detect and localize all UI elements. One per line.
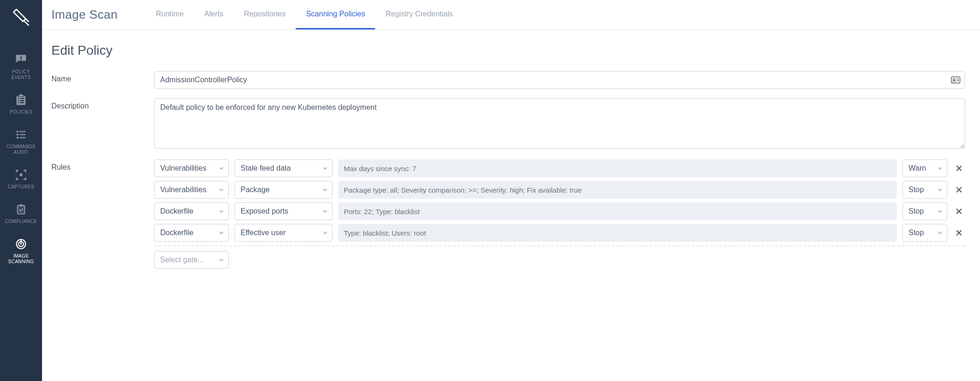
select-value: Stop (909, 186, 924, 194)
select-placeholder: Select gate... (160, 256, 204, 264)
rule-params-text: Package type: all; Severity comparison: … (344, 186, 582, 194)
tab-label: Runtime (156, 10, 184, 18)
select-value: Effective user (241, 229, 286, 237)
capture-icon (14, 168, 28, 181)
close-icon (955, 186, 963, 194)
svg-rect-1 (20, 131, 26, 132)
rule-row: Dockerfile Exposed ports Ports: 22; Type… (154, 202, 965, 220)
chevron-down-icon (937, 208, 943, 215)
rule-action-select[interactable]: Stop (902, 224, 947, 242)
form-row-rules: Rules Vulnerabilities Stale feed data Ma… (51, 159, 965, 273)
tab-label: Alerts (204, 10, 223, 18)
tab-label: Registry Credentials (385, 10, 453, 18)
name-label: Name (51, 71, 154, 83)
rule-gate-select[interactable]: Dockerfile (154, 224, 229, 242)
rule-params-display[interactable]: Type: blacklist; Users: root (338, 224, 897, 242)
tab-runtime[interactable]: Runtime (146, 0, 194, 29)
sidebar-item-label: POLICIES (10, 109, 33, 115)
chevron-down-icon (937, 165, 943, 172)
name-input[interactable] (154, 71, 965, 89)
sidebar-item-label: IMAGE SCANNING (8, 253, 34, 265)
svg-point-4 (16, 137, 18, 138)
rules-divider (154, 245, 965, 246)
rule-action-select[interactable]: Stop (902, 202, 947, 220)
rule-trigger-select[interactable]: Stale feed data (234, 159, 333, 177)
page-heading: Edit Policy (51, 43, 965, 58)
tab-registry-credentials[interactable]: Registry Credentials (375, 0, 463, 29)
form-row-name: Name (51, 71, 965, 89)
svg-point-2 (16, 134, 18, 136)
content: Edit Policy Name Description Rules (42, 30, 980, 381)
svg-rect-3 (20, 134, 26, 135)
chevron-down-icon (322, 230, 328, 236)
main: Image Scan Runtime Alerts Repositories S… (42, 0, 980, 381)
close-icon (955, 207, 963, 216)
select-value: Exposed ports (241, 207, 288, 216)
tabs: Runtime Alerts Repositories Scanning Pol… (146, 0, 463, 29)
chevron-down-icon (218, 257, 225, 263)
topbar: Image Scan Runtime Alerts Repositories S… (42, 0, 980, 30)
select-value: Stop (909, 229, 924, 237)
add-gate-select[interactable]: Select gate... (154, 251, 229, 269)
rule-params-display[interactable]: Package type: all; Severity comparison: … (338, 181, 897, 199)
chevron-down-icon (218, 187, 225, 193)
select-value: Package (241, 186, 270, 194)
chevron-down-icon (937, 187, 943, 193)
rule-gate-select[interactable]: Dockerfile (154, 202, 229, 220)
rule-remove-button[interactable] (953, 229, 965, 237)
sidebar-item-label: COMMANDS AUDIT (7, 144, 36, 155)
description-label: Description (51, 98, 154, 110)
sidebar-item-compliance[interactable]: COMPLIANCE (0, 196, 42, 231)
rule-row: Vulnerabilities Stale feed data Max days… (154, 159, 965, 177)
rule-remove-button[interactable] (953, 164, 965, 173)
rule-gate-select[interactable]: Vulnerabilities (154, 159, 229, 177)
select-value: Stale feed data (241, 164, 291, 173)
rule-params-display[interactable]: Max days since sync: 7 (338, 159, 897, 177)
rule-action-select[interactable]: Warn (902, 159, 947, 177)
rule-trigger-select[interactable]: Exposed ports (234, 202, 333, 220)
chevron-down-icon (218, 230, 225, 236)
rule-params-display[interactable]: Ports: 22; Type: blacklist (338, 202, 897, 220)
chevron-down-icon (322, 165, 328, 172)
select-value: Dockerfile (160, 207, 193, 216)
rule-trigger-select[interactable]: Effective user (234, 224, 333, 242)
svg-point-0 (16, 130, 18, 132)
close-icon (955, 164, 963, 173)
description-textarea[interactable] (154, 98, 965, 149)
select-value: Vulnerabilities (160, 164, 206, 173)
sidebar-item-policies[interactable]: POLICIES (0, 87, 42, 122)
sidebar-item-commands-audit[interactable]: COMMANDS AUDIT (0, 122, 42, 162)
close-icon (955, 229, 963, 237)
list-icon (14, 128, 28, 141)
chevron-down-icon (218, 208, 225, 215)
sidebar-item-label: COMPLIANCE (5, 219, 37, 224)
rule-row: Vulnerabilities Package Package type: al… (154, 181, 965, 199)
tab-scanning-policies[interactable]: Scanning Policies (296, 0, 375, 29)
rule-params-text: Type: blacklist; Users: root (344, 229, 426, 237)
sidebar-item-image-scanning[interactable]: IMAGE SCANNING (0, 231, 42, 271)
chevron-down-icon (322, 208, 328, 215)
svg-point-6 (20, 173, 23, 177)
rules-label: Rules (51, 159, 154, 172)
tab-repositories[interactable]: Repositories (234, 0, 296, 29)
chevron-down-icon (322, 187, 328, 193)
svg-rect-9 (20, 204, 23, 206)
id-card-icon (951, 76, 960, 84)
chevron-down-icon (218, 165, 225, 172)
alert-message-icon (14, 53, 28, 66)
rule-remove-button[interactable] (953, 207, 965, 216)
rule-row: Dockerfile Effective user Type: blacklis… (154, 224, 965, 242)
rule-trigger-select[interactable]: Package (234, 181, 333, 199)
rule-action-select[interactable]: Stop (902, 181, 947, 199)
app-logo (10, 6, 32, 28)
module-title: Image Scan (51, 7, 118, 22)
rule-params-text: Max days since sync: 7 (344, 165, 416, 173)
sidebar-item-captures[interactable]: CAPTURES (0, 162, 42, 196)
rule-remove-button[interactable] (953, 186, 965, 194)
rule-gate-select[interactable]: Vulnerabilities (154, 181, 229, 199)
radar-icon (14, 237, 28, 251)
svg-rect-5 (20, 137, 26, 138)
sidebar-item-policy-events[interactable]: POLICY EVENTS (0, 47, 42, 87)
tab-alerts[interactable]: Alerts (194, 0, 234, 29)
select-value: Warn (909, 164, 926, 173)
